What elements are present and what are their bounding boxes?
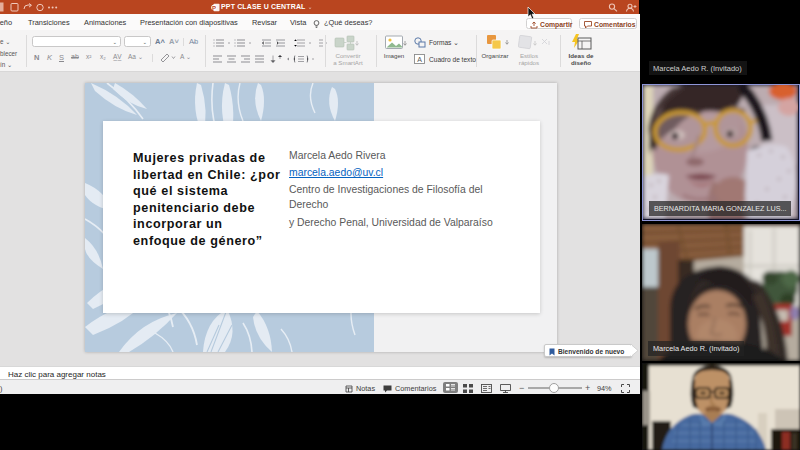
svg-text:P: P	[212, 4, 216, 10]
svg-text:A: A	[417, 56, 422, 63]
